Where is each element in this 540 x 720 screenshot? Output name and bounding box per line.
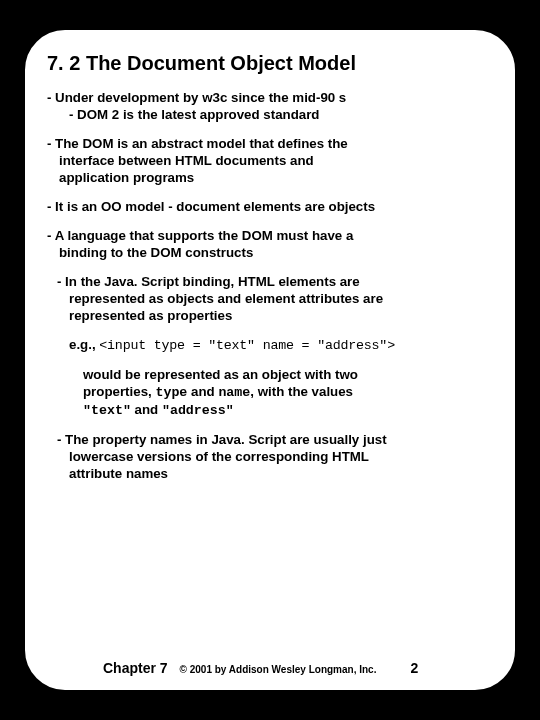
- code-text-val: "text": [83, 403, 131, 418]
- text: - It is an OO model - document elements …: [47, 199, 375, 214]
- text: binding to the DOM constructs: [47, 244, 493, 261]
- text: would be represented as an object with t…: [83, 367, 358, 382]
- chapter-label: Chapter 7: [103, 660, 168, 676]
- text: and: [131, 402, 162, 417]
- text: - In the Java. Script binding, HTML elem…: [57, 274, 360, 289]
- text: - The property names in Java. Script are…: [57, 432, 387, 447]
- slide-title: 7. 2 The Document Object Model: [47, 52, 493, 75]
- text: properties,: [83, 384, 155, 399]
- bullet-4: - A language that supports the DOM must …: [47, 227, 493, 261]
- code-name: name: [218, 385, 250, 400]
- eg-label: e.g.,: [69, 337, 96, 352]
- text: lowercase versions of the corresponding …: [57, 448, 493, 465]
- sub-text: - DOM 2 is the latest approved standard: [47, 106, 493, 123]
- text: , with the values: [250, 384, 353, 399]
- code-address-val: "address": [162, 403, 234, 418]
- bullet-3: - It is an OO model - document elements …: [47, 198, 493, 215]
- text: - A language that supports the DOM must …: [47, 228, 353, 243]
- code-type: type: [155, 385, 187, 400]
- bullet-1: - Under development by w3c since the mid…: [47, 89, 493, 123]
- slide-content: - Under development by w3c since the mid…: [47, 89, 493, 660]
- text: - The DOM is an abstract model that defi…: [47, 136, 348, 151]
- bullet-2: - The DOM is an abstract model that defi…: [47, 135, 493, 186]
- copyright-text: © 2001 by Addison Wesley Longman, Inc.: [180, 664, 377, 675]
- example-block: e.g., <input type = "text" name = "addre…: [47, 336, 493, 354]
- text: represented as objects and element attri…: [57, 290, 493, 307]
- bullet-7: - The property names in Java. Script are…: [47, 431, 493, 482]
- bullet-5: - In the Java. Script binding, HTML elem…: [47, 273, 493, 324]
- text: and: [187, 384, 218, 399]
- code-sample: <input type = "text" name = "address">: [99, 338, 395, 353]
- text: - Under development by w3c since the mid…: [47, 90, 346, 105]
- page-number: 2: [410, 660, 418, 676]
- text: interface between HTML documents and: [47, 152, 493, 169]
- text: attribute names: [57, 465, 493, 482]
- slide-footer: Chapter 7 © 2001 by Addison Wesley Longm…: [47, 660, 493, 676]
- example-explain: would be represented as an object with t…: [47, 366, 493, 419]
- text: represented as properties: [57, 307, 493, 324]
- text: application programs: [47, 169, 493, 186]
- slide-frame: 7. 2 The Document Object Model - Under d…: [23, 28, 517, 692]
